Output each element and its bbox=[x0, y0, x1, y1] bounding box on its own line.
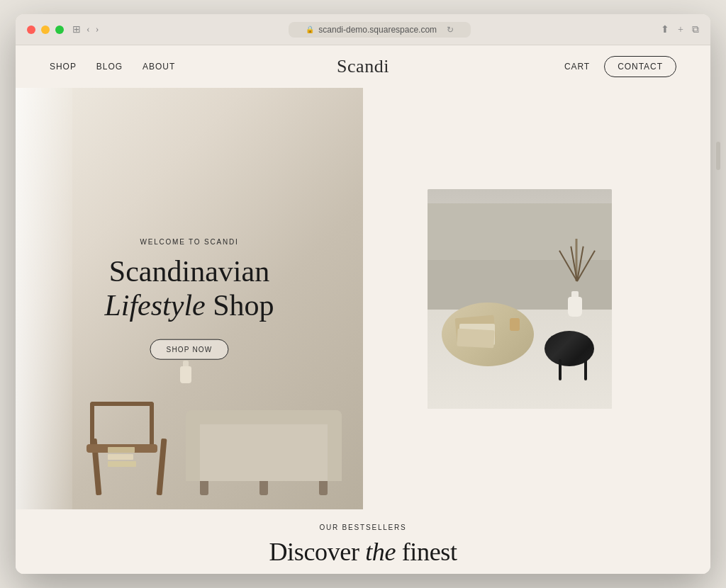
headline-italic: Lifestyle bbox=[104, 289, 205, 322]
bestsellers-section: OUR BESTSELLERS Discover the finest bbox=[16, 509, 710, 574]
chair-decoration bbox=[86, 396, 172, 495]
minimize-button[interactable] bbox=[41, 26, 50, 34]
white-vase-body bbox=[568, 297, 582, 317]
hero-image-panel: WELCOME TO SCANDI Scandinavian Lifestyle… bbox=[16, 88, 363, 509]
table-top bbox=[442, 303, 534, 366]
books-stack bbox=[108, 447, 136, 468]
url-text: scandi-demo.squarespace.com bbox=[318, 25, 437, 35]
share-icon[interactable]: ⬆ bbox=[661, 23, 669, 35]
hero-section: WELCOME TO SCANDI Scandinavian Lifestyle… bbox=[16, 88, 710, 509]
section-label: OUR BESTSELLERS bbox=[50, 524, 676, 531]
side-table bbox=[544, 331, 601, 380]
nav-right: CART CONTACT bbox=[564, 56, 676, 77]
address-bar[interactable]: 🔒 scandi-demo.squarespace.com ↻ bbox=[99, 22, 661, 38]
sofa-body bbox=[186, 424, 342, 481]
candle-decoration bbox=[510, 318, 520, 331]
side-table-leg bbox=[584, 359, 587, 380]
nav-left: SHOP BLOG ABOUT bbox=[50, 62, 175, 72]
window-controls bbox=[27, 26, 64, 34]
nav-center: Scandi bbox=[337, 56, 389, 77]
headline-normal: Shop bbox=[206, 289, 274, 322]
coffee-table-scene bbox=[428, 189, 612, 409]
new-tab-icon[interactable]: + bbox=[678, 24, 683, 35]
title-bar: ⊞ ‹ › 🔒 scandi-demo.squarespace.com ↻ ⬆ … bbox=[16, 14, 710, 45]
navigation: SHOP BLOG ABOUT Scandi CART CONTACT bbox=[16, 45, 710, 88]
discover-text: Discover bbox=[269, 538, 359, 566]
nav-about[interactable]: ABOUT bbox=[143, 62, 175, 72]
close-button[interactable] bbox=[27, 26, 35, 34]
sofa-arm-left bbox=[186, 410, 200, 481]
hero-right-panel bbox=[363, 88, 676, 509]
sofa-decoration bbox=[186, 410, 342, 495]
chair-leg bbox=[157, 439, 167, 495]
navigation-arrows: ⊞ ‹ › bbox=[72, 23, 99, 35]
sofa-leg bbox=[319, 481, 328, 495]
book bbox=[108, 447, 135, 453]
vase-body bbox=[180, 366, 191, 383]
sofa-legs bbox=[200, 481, 328, 495]
discover-heading: Discover the finest bbox=[50, 537, 676, 567]
hero-background: WELCOME TO SCANDI Scandinavian Lifestyle… bbox=[16, 88, 363, 509]
white-vase bbox=[566, 291, 583, 317]
discover-text2: finest bbox=[402, 538, 457, 566]
headline-line1: Scandinavian bbox=[109, 254, 269, 287]
side-table-leg bbox=[559, 359, 562, 380]
curtain-decoration bbox=[16, 88, 72, 509]
title-bar-right-actions: ⬆ + ⧉ bbox=[661, 23, 699, 35]
discover-italic: the bbox=[365, 538, 396, 566]
sofa-leg bbox=[200, 481, 208, 495]
sidebar-toggle-icon[interactable]: ⊞ bbox=[72, 23, 81, 35]
cart-link[interactable]: CART bbox=[564, 62, 590, 72]
nav-blog[interactable]: BLOG bbox=[96, 62, 123, 72]
book bbox=[108, 454, 133, 460]
url-pill[interactable]: 🔒 scandi-demo.squarespace.com ↻ bbox=[289, 22, 471, 38]
welcome-text: WELCOME TO SCANDI bbox=[104, 237, 274, 245]
main-content: WELCOME TO SCANDI Scandinavian Lifestyle… bbox=[16, 88, 710, 574]
hero-text-overlay: WELCOME TO SCANDI Scandinavian Lifestyle… bbox=[104, 237, 274, 360]
product-image bbox=[428, 189, 612, 409]
refresh-icon[interactable]: ↻ bbox=[447, 25, 454, 35]
contact-button[interactable]: CONTACT bbox=[604, 56, 676, 77]
website-content: SHOP BLOG ABOUT Scandi CART CONTACT bbox=[16, 45, 710, 574]
chair-back bbox=[90, 402, 154, 444]
tabs-icon[interactable]: ⧉ bbox=[692, 24, 699, 35]
nav-shop[interactable]: SHOP bbox=[50, 62, 77, 72]
coffee-table bbox=[442, 303, 541, 366]
shop-now-button[interactable]: SHOP NOW bbox=[150, 339, 229, 360]
lock-icon: 🔒 bbox=[306, 26, 314, 33]
book bbox=[108, 461, 136, 467]
sofa-leg bbox=[259, 481, 268, 495]
plant-decoration bbox=[562, 196, 591, 281]
sofa-arm-right bbox=[328, 410, 342, 481]
table-book bbox=[457, 328, 494, 348]
headline: Scandinavian Lifestyle Shop bbox=[104, 254, 274, 322]
mac-window: ⊞ ‹ › 🔒 scandi-demo.squarespace.com ↻ ⬆ … bbox=[16, 14, 710, 574]
maximize-button[interactable] bbox=[55, 26, 64, 34]
brand-name[interactable]: Scandi bbox=[337, 56, 389, 77]
back-icon[interactable]: ‹ bbox=[86, 24, 90, 35]
